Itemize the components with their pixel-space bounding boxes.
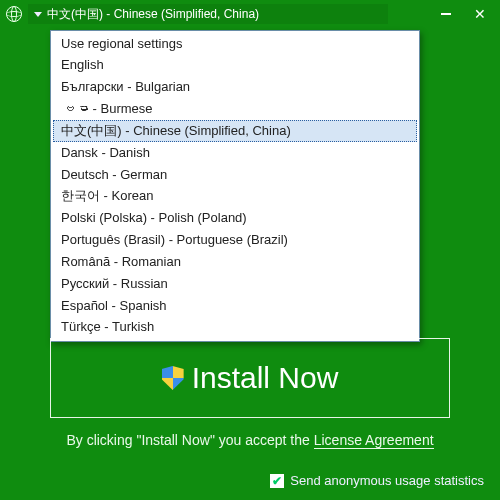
language-option[interactable]: 中文(中国) - Chinese (Simplified, China) [53,120,417,142]
language-selector-label: 中文(中国) - Chinese (Simplified, China) [47,6,259,23]
language-option[interactable]: Български - Bulgarian [51,77,419,99]
install-now-button[interactable]: Install Now [50,338,450,418]
language-option[interactable]: Dansk - Danish [51,142,419,164]
install-now-label: Install Now [192,361,339,395]
language-option[interactable]: Română - Romanian [51,251,419,273]
globe-icon [6,6,22,22]
chevron-down-icon [34,12,42,17]
usage-stats-checkbox[interactable]: ✔ [270,474,284,488]
language-option[interactable]: ဗမာ - Burmese [51,99,419,121]
usage-stats-row: ✔ Send anonymous usage statistics [270,473,484,488]
language-dropdown[interactable]: Use regional settingsEnglishБългарски - … [50,30,420,342]
language-option[interactable]: Use regional settings [51,33,419,55]
shield-icon [162,366,184,390]
titlebar: 中文(中国) - Chinese (Simplified, China) ✕ [0,0,500,28]
language-option[interactable]: Русский - Russian [51,273,419,295]
language-option[interactable]: Deutsch - German [51,164,419,186]
minimize-button[interactable] [432,4,460,24]
close-button[interactable]: ✕ [466,4,494,24]
language-option[interactable]: English [51,55,419,77]
license-agreement-link[interactable]: License Agreement [314,432,434,449]
language-option[interactable]: 한국어 - Korean [51,186,419,208]
usage-stats-label: Send anonymous usage statistics [290,473,484,488]
license-prefix: By clicking "Install Now" you accept the [66,432,313,448]
language-option[interactable]: Polski (Polska) - Polish (Poland) [51,208,419,230]
license-text: By clicking "Install Now" you accept the… [0,432,500,448]
language-option[interactable]: Türkçe - Turkish [51,317,419,339]
language-option[interactable]: Español - Spanish [51,295,419,317]
language-selector[interactable]: 中文(中国) - Chinese (Simplified, China) [28,4,388,24]
language-option[interactable]: Português (Brasil) - Portuguese (Brazil) [51,230,419,252]
